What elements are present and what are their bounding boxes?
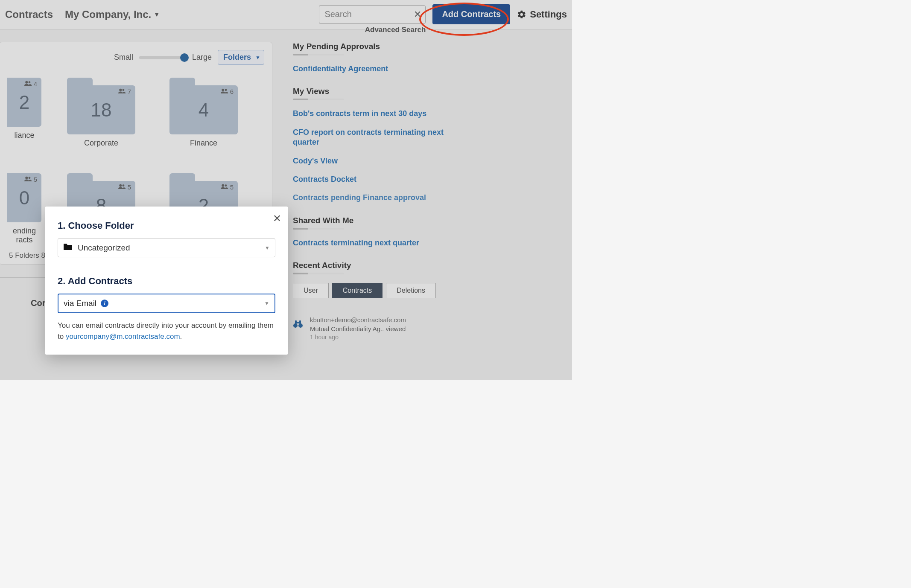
view-item[interactable]: Contracts pending Finance approval <box>293 193 447 203</box>
sidebar-right: My Pending Approvals Confidentiality Agr… <box>273 42 572 355</box>
folder-name: Corporate <box>84 139 118 148</box>
slider-thumb[interactable] <box>180 53 189 62</box>
add-contracts-button[interactable]: Add Contracts <box>432 4 510 24</box>
company-name: My Company, Inc. <box>65 9 151 20</box>
activity-text: kbutton+demo@contractsafe.com Mutual Con… <box>310 315 406 342</box>
folder-item[interactable]: 6 4 Finance <box>161 78 246 148</box>
choose-folder-dropdown[interactable]: Uncategorized ▼ <box>58 238 275 257</box>
folder-item[interactable]: 7 18 Corporate <box>58 78 144 148</box>
caret-down-icon: ▼ <box>255 55 260 61</box>
svg-point-8 <box>119 184 122 187</box>
svg-point-2 <box>119 89 122 91</box>
recent-activity-section: Recent Activity User Contracts Deletions… <box>293 261 567 342</box>
svg-rect-16 <box>297 322 299 323</box>
size-small-label: Small <box>114 53 133 62</box>
svg-point-4 <box>222 89 224 91</box>
folder-select-value: Uncategorized <box>78 243 130 253</box>
folder-count: 18 <box>91 99 112 121</box>
modal-help-text: You can email contracts directly into yo… <box>58 320 275 342</box>
folder-users-badge: 6 <box>221 88 234 95</box>
clear-search-icon[interactable]: ✕ <box>414 9 421 20</box>
view-item[interactable]: Bob's contracts term in next 30 days <box>293 109 447 119</box>
advanced-search-link[interactable]: Advanced Search <box>365 26 426 34</box>
search-input[interactable] <box>319 5 426 24</box>
folder-users-badge: 5 <box>221 183 234 191</box>
company-dropdown[interactable]: My Company, Inc. ▼ <box>65 9 160 20</box>
people-icon <box>24 176 32 183</box>
folder-name: Finance <box>190 139 217 148</box>
caret-down-icon: ▼ <box>154 11 160 18</box>
svg-point-10 <box>222 184 224 187</box>
svg-point-6 <box>25 177 28 179</box>
add-method-dropdown[interactable]: via Email i ▼ <box>58 294 275 313</box>
folder-users-badge: 5 <box>118 183 131 191</box>
divider <box>58 266 275 266</box>
view-item[interactable]: Contracts Docket <box>293 175 447 184</box>
close-icon[interactable]: ✕ <box>273 212 281 224</box>
activity-tabs: User Contracts Deletions <box>293 283 567 298</box>
activity-desc: Mutual Confidentiality Ag.. viewed <box>310 324 406 333</box>
gear-icon <box>517 10 526 19</box>
folder-users-badge: 7 <box>118 88 131 95</box>
pending-item[interactable]: Confidentiality Agreement <box>293 64 447 74</box>
info-icon[interactable]: i <box>101 300 108 307</box>
binoculars-icon <box>293 320 303 331</box>
section-title: My Pending Approvals <box>293 42 567 51</box>
section-underline <box>293 273 344 274</box>
add-contracts-modal: ✕ 1. Choose Folder Uncategorized ▼ 2. Ad… <box>45 207 288 355</box>
tab-user[interactable]: User <box>293 283 329 298</box>
people-icon <box>221 88 228 95</box>
activity-item[interactable]: kbutton+demo@contractsafe.com Mutual Con… <box>293 315 567 342</box>
view-mode-value: Folders <box>223 53 251 61</box>
svg-point-0 <box>25 81 28 84</box>
svg-point-12 <box>293 323 298 328</box>
folder-item[interactable]: 5 0 ending racts <box>7 173 41 245</box>
folder-users-badge: 4 <box>24 80 37 87</box>
folder-count: 4 <box>199 99 209 121</box>
modal-step1-title: 1. Choose Folder <box>58 220 275 231</box>
svg-point-11 <box>225 184 227 186</box>
tab-deletions[interactable]: Deletions <box>386 283 436 298</box>
svg-point-13 <box>298 323 303 328</box>
section-underline <box>293 99 344 100</box>
page-title: Contracts <box>5 9 53 20</box>
view-mode-dropdown[interactable]: Folders ▼ <box>218 50 264 65</box>
activity-time: 1 hour ago <box>310 333 406 342</box>
inbound-email-link[interactable]: yourcompany@m.contractsafe.com <box>66 332 180 341</box>
method-value: via Email <box>64 299 96 308</box>
people-icon <box>24 80 32 87</box>
people-icon <box>118 183 126 191</box>
folder-icon <box>63 243 73 253</box>
svg-point-3 <box>122 89 124 91</box>
svg-point-5 <box>225 89 227 91</box>
shared-item[interactable]: Contracts terminating next quarter <box>293 238 447 248</box>
panel-controls: Small Large Folders ▼ <box>7 50 264 65</box>
section-title: My Views <box>293 87 567 96</box>
view-item[interactable]: CFO report on contracts terminating next… <box>293 128 447 148</box>
folder-item[interactable]: 4 2 liance <box>7 78 41 148</box>
pending-approvals-section: My Pending Approvals Confidentiality Agr… <box>293 42 567 74</box>
shared-with-me-section: Shared With Me Contracts terminating nex… <box>293 216 567 248</box>
caret-down-icon: ▼ <box>264 300 269 306</box>
people-icon <box>221 183 228 191</box>
svg-rect-15 <box>299 320 301 324</box>
folder-count: 0 <box>19 187 29 209</box>
svg-point-9 <box>122 184 124 186</box>
view-item[interactable]: Cody's View <box>293 156 447 166</box>
size-slider[interactable] <box>139 56 186 59</box>
svg-point-7 <box>28 177 30 179</box>
svg-rect-14 <box>295 320 297 324</box>
section-title: Shared With Me <box>293 216 567 225</box>
settings-label: Settings <box>530 9 567 20</box>
tab-contracts[interactable]: Contracts <box>332 283 383 298</box>
people-icon <box>118 88 126 95</box>
folder-name: ending racts <box>7 227 41 245</box>
section-underline <box>293 228 344 230</box>
modal-step2-title: 2. Add Contracts <box>58 276 275 287</box>
my-views-section: My Views Bob's contracts term in next 30… <box>293 87 567 203</box>
folder-count: 2 <box>19 92 29 113</box>
search-container: ✕ Advanced Search <box>319 5 426 24</box>
app-header: Contracts My Company, Inc. ▼ ✕ Advanced … <box>0 0 572 30</box>
section-underline <box>293 54 344 55</box>
settings-link[interactable]: Settings <box>517 9 567 20</box>
